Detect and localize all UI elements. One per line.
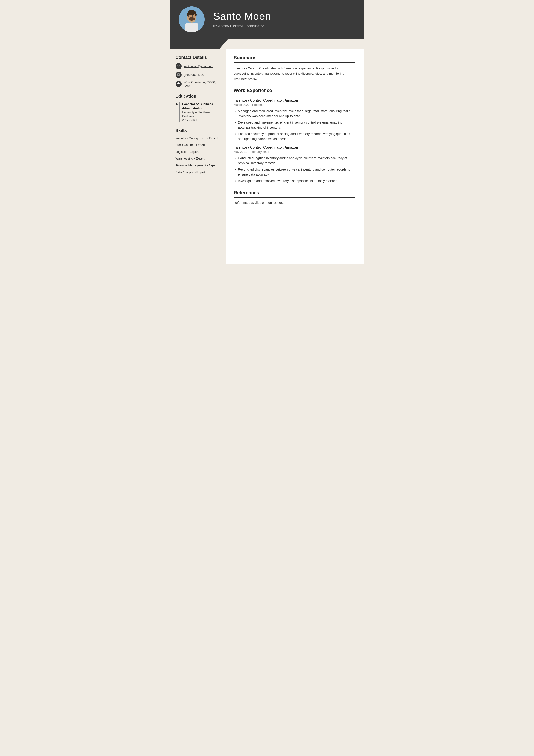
edu-school: University of Southern California bbox=[182, 110, 221, 118]
sidebar: Contact Details santomoen@gmail.com bbox=[170, 48, 226, 264]
skills-section-title: Skills bbox=[176, 128, 221, 133]
work-experience-section: Work Experience Inventory Control Coordi… bbox=[234, 88, 355, 183]
contact-section-title: Contact Details bbox=[176, 55, 221, 60]
bullet-2-1: Conducted regular inventory audits and c… bbox=[238, 156, 355, 165]
bullet-1-1: Managed and monitored inventory levels f… bbox=[238, 109, 355, 119]
bullet-1-3: Ensured accuracy of product pricing and … bbox=[238, 131, 355, 141]
job-dates-2: May 2021 - February 2023 bbox=[234, 150, 355, 153]
skill-stock-control: Stock Control - Expert bbox=[176, 143, 221, 147]
svg-marker-12 bbox=[170, 39, 228, 48]
bullet-2-2: Reconciled discrepancies between physica… bbox=[238, 167, 355, 177]
email-link[interactable]: santomoen@gmail.com bbox=[184, 65, 213, 68]
education-item: Bachelor of Business Administration Univ… bbox=[176, 102, 221, 122]
job-item-1: Inventory Control Coordinator, Amazon Ma… bbox=[234, 98, 355, 141]
address-text: West Christiana, 65996, Iowa bbox=[184, 80, 221, 87]
svg-point-14 bbox=[178, 75, 179, 76]
header: Santo Moen Inventory Control Coordinator bbox=[170, 0, 364, 39]
job-title-2: Inventory Control Coordinator, Amazon bbox=[234, 146, 355, 149]
main-content: Summary Inventory Control Coordinator wi… bbox=[226, 48, 364, 264]
job-item-2: Inventory Control Coordinator, Amazon Ma… bbox=[234, 146, 355, 183]
header-text: Santo Moen Inventory Control Coordinator bbox=[213, 10, 271, 28]
references-section: References References available upon req… bbox=[234, 190, 355, 204]
skill-data-analysis: Data Analysis - Expert bbox=[176, 170, 221, 175]
contact-section: Contact Details santomoen@gmail.com bbox=[176, 55, 221, 87]
job-bullets-1: Managed and monitored inventory levels f… bbox=[234, 109, 355, 141]
chevron-decoration bbox=[170, 39, 364, 48]
skill-financial-management: Financial Management - Expert bbox=[176, 163, 221, 168]
avatar bbox=[179, 7, 205, 32]
summary-title: Summary bbox=[234, 55, 355, 63]
references-text: References available upon request bbox=[234, 201, 355, 204]
summary-text: Inventory Control Coordinator with 5 yea… bbox=[234, 66, 355, 81]
candidate-name: Santo Moen bbox=[213, 10, 271, 22]
svg-rect-11 bbox=[185, 23, 198, 32]
contact-address-item: West Christiana, 65996, Iowa bbox=[176, 80, 221, 87]
svg-point-6 bbox=[189, 17, 195, 21]
references-title: References bbox=[234, 190, 355, 198]
chevron-svg bbox=[170, 39, 228, 48]
education-section: Education Bachelor of Business Administr… bbox=[176, 94, 221, 122]
job-bullets-2: Conducted regular inventory audits and c… bbox=[234, 156, 355, 183]
contact-phone-item: (465) 953 8730 bbox=[176, 72, 221, 78]
contact-email-item: santomoen@gmail.com bbox=[176, 63, 221, 69]
svg-point-15 bbox=[178, 83, 179, 84]
resume-wrapper: Santo Moen Inventory Control Coordinator… bbox=[170, 0, 364, 264]
skills-section: Skills Inventory Management - Expert Sto… bbox=[176, 128, 221, 175]
bullet-2-3: Investigated and resolved inventory disc… bbox=[238, 178, 355, 183]
bullet-1-2: Developed and implemented efficient inve… bbox=[238, 120, 355, 130]
skill-logistics: Logistics - Expert bbox=[176, 150, 221, 154]
phone-text: (465) 953 8730 bbox=[184, 73, 204, 76]
skill-inventory-management: Inventory Management - Expert bbox=[176, 136, 221, 141]
main-layout: Contact Details santomoen@gmail.com bbox=[170, 48, 364, 264]
edu-bullet bbox=[176, 103, 178, 105]
work-experience-title: Work Experience bbox=[234, 88, 355, 95]
education-section-title: Education bbox=[176, 94, 221, 99]
candidate-title: Inventory Control Coordinator bbox=[213, 24, 271, 28]
location-icon bbox=[176, 81, 182, 87]
job-dates-1: March 2023 - Present bbox=[234, 103, 355, 107]
phone-icon bbox=[176, 72, 182, 78]
job-title-1: Inventory Control Coordinator, Amazon bbox=[234, 98, 355, 102]
edu-content: Bachelor of Business Administration Univ… bbox=[179, 102, 221, 122]
email-icon bbox=[176, 63, 182, 69]
edu-years: 2017 - 2021 bbox=[182, 119, 221, 122]
summary-section: Summary Inventory Control Coordinator wi… bbox=[234, 55, 355, 81]
edu-degree: Bachelor of Business Administration bbox=[182, 102, 221, 110]
skill-warehousing: Warehousing - Expert bbox=[176, 156, 221, 161]
